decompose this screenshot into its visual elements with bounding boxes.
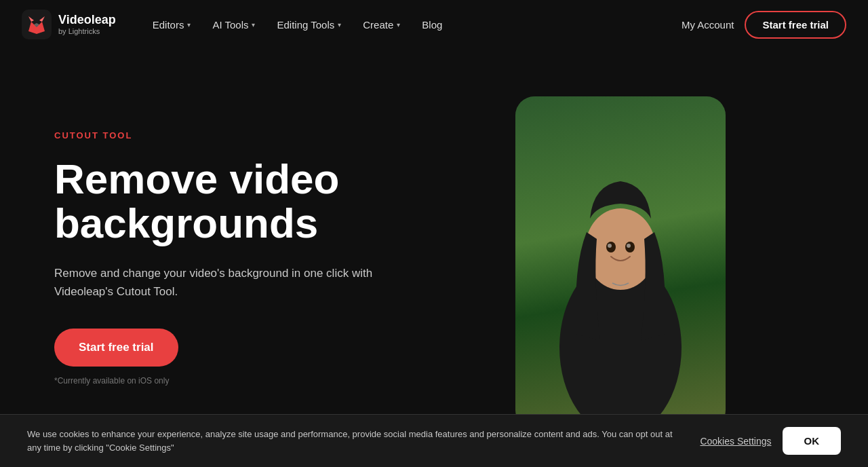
chevron-down-icon: ▾	[187, 21, 191, 29]
hero-title: Remove video backgrounds	[54, 157, 475, 245]
logo[interactable]: Videoleap by Lightricks	[22, 10, 116, 39]
hero-cta-button[interactable]: Start free trial	[54, 329, 178, 367]
hero-content: CUTOUT TOOL Remove video backgrounds Rem…	[54, 90, 475, 386]
nav-cta-button[interactable]: Start free trial	[745, 11, 846, 39]
cookie-ok-button[interactable]: OK	[783, 427, 842, 455]
nav-item-blog[interactable]: Blog	[412, 14, 452, 36]
hero-person-silhouette	[539, 130, 702, 429]
navbar: Videoleap by Lightricks Editors ▾ AI Too…	[0, 0, 868, 49]
ios-availability-note: *Currently available on iOS only	[54, 376, 475, 386]
nav-item-ai-tools[interactable]: AI Tools ▾	[203, 14, 264, 36]
hero-image	[515, 96, 726, 429]
nav-item-editors[interactable]: Editors ▾	[143, 14, 201, 36]
nav-item-create[interactable]: Create ▾	[353, 14, 410, 36]
hero-description: Remove and change your video's backgroun…	[54, 264, 380, 301]
nav-account-link[interactable]: My Account	[682, 19, 734, 31]
svg-point-7	[627, 244, 631, 248]
cookie-actions: Cookies Settings OK	[700, 427, 841, 455]
hero-section: CUTOUT TOOL Remove video backgrounds Rem…	[0, 49, 868, 467]
chevron-down-icon: ▾	[338, 21, 341, 29]
chevron-down-icon: ▾	[397, 21, 400, 29]
cookies-settings-button[interactable]: Cookies Settings	[700, 436, 771, 447]
logo-icon	[22, 10, 52, 39]
logo-subtitle: by Lightricks	[58, 27, 116, 35]
nav-links: Editors ▾ AI Tools ▾ Editing Tools ▾ Cre…	[143, 14, 682, 36]
svg-point-6	[608, 244, 612, 248]
cookie-banner: We use cookies to enhance your experienc…	[0, 414, 868, 467]
cookie-text: We use cookies to enhance your experienc…	[27, 428, 673, 454]
chevron-down-icon: ▾	[252, 21, 255, 29]
logo-title: Videoleap	[58, 14, 116, 27]
hero-tag: CUTOUT TOOL	[54, 130, 475, 141]
nav-item-editing-tools[interactable]: Editing Tools ▾	[267, 14, 351, 36]
nav-right: My Account Start free trial	[682, 11, 846, 39]
